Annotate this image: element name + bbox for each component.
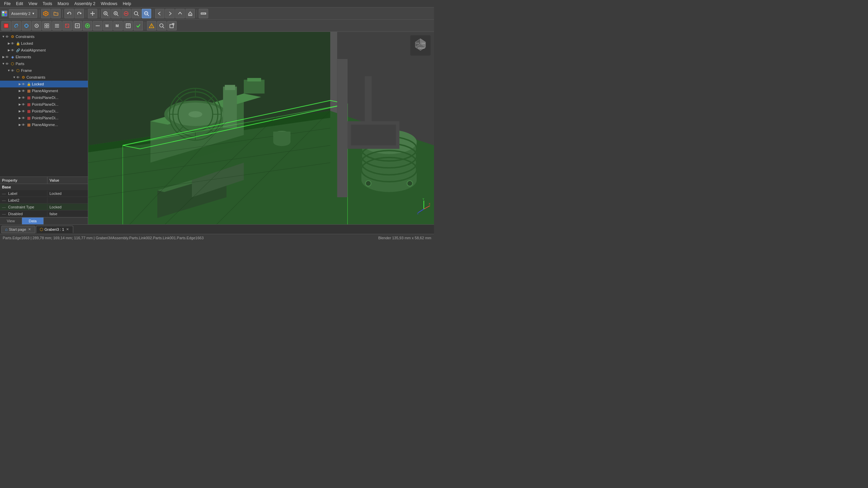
redo-button[interactable] (75, 9, 84, 18)
svg-point-99 (366, 181, 371, 186)
up-button[interactable] (175, 9, 185, 18)
t2-dots-button[interactable] (93, 21, 102, 30)
tree-item-locked-selected[interactable]: ▶ 👁 🔒 Locked (0, 81, 88, 87)
workbench-icon-btn[interactable] (1, 11, 7, 17)
forward-button[interactable] (165, 9, 175, 18)
start-page-close[interactable]: ✕ (27, 227, 32, 231)
t2-circle-button[interactable] (32, 21, 41, 30)
tree-item-constraints[interactable]: ▼ 👁 ⚙ Constraints (0, 33, 88, 40)
assembly-dropdown[interactable]: Assembly 2 ▼ (9, 9, 37, 18)
icon-axial: 🔗 (16, 48, 20, 53)
svg-rect-31 (4, 24, 8, 28)
prop-cell-label-val[interactable]: Locked (47, 191, 88, 196)
tree-item-parts[interactable]: ▼ 👁 ⬡ Parts (0, 60, 88, 67)
tree-item-points1[interactable]: ▶ 👁 ▦ PointsPlaneDi... (0, 94, 88, 101)
eye-points3: 👁 (22, 109, 25, 113)
arrow-plane1: ▶ (18, 89, 22, 93)
new-cube-button[interactable] (41, 9, 51, 18)
tree-item-frame-constraints[interactable]: ▼ 👁 ⚙ Constraints (0, 74, 88, 81)
tab-start-page[interactable]: ⌂ Start page ✕ (1, 226, 35, 233)
zoom-active-button[interactable] (142, 9, 151, 18)
menu-macro[interactable]: Macro (55, 1, 72, 7)
tree-item-plane1[interactable]: ▶ 👁 ▦ PlaneAlignment (0, 87, 88, 94)
prop-dash-2: — (2, 198, 6, 202)
bottom-tabs: ⌂ Start page ✕ ⬡ Graberi3 : 1 ✕ (0, 224, 434, 234)
t2-box-button[interactable] (1, 21, 11, 30)
zoom-select-button[interactable] (132, 9, 141, 18)
t2-align-button[interactable] (52, 21, 62, 30)
arrow-axial: ▶ (7, 48, 11, 52)
zoom-fit-button[interactable] (101, 9, 111, 18)
stop-button[interactable] (121, 9, 131, 18)
icon-plane2: ▦ (26, 122, 31, 127)
prop-cell-constraint-val[interactable]: Locked (47, 204, 88, 210)
t2-export-button[interactable] (167, 21, 177, 30)
svg-rect-65 (170, 24, 173, 28)
t2-check-button[interactable] (134, 21, 143, 30)
prop-header: Property Value (0, 177, 88, 184)
undo-button[interactable] (64, 9, 74, 18)
t2-table-button[interactable] (123, 21, 133, 30)
svg-point-62 (151, 27, 152, 27)
tree-item-axial[interactable]: ▶ 👁 🔗 AxialAlignment (0, 47, 88, 54)
icon-constraints: ⚙ (10, 34, 15, 39)
tree-item-points2[interactable]: ▶ 👁 ▦ PointsPlaneDi... (0, 101, 88, 108)
menu-help[interactable]: Help (120, 1, 134, 7)
menu-tools[interactable]: Tools (40, 1, 55, 7)
eye-locked-sel: 👁 (22, 82, 25, 86)
tab-graberi3[interactable]: ⬡ Graberi3 : 1 ✕ (36, 226, 73, 233)
t2-search-button[interactable] (157, 21, 166, 30)
prop-row-disabled: — Disabled false (0, 210, 88, 217)
svg-point-63 (160, 24, 163, 27)
zoom-in-button[interactable] (111, 9, 121, 18)
t2-grid-button[interactable] (42, 21, 52, 30)
toolbar-separator (39, 9, 39, 18)
t2-mix1-button[interactable]: M (103, 21, 113, 30)
viewport[interactable]: FRONT TOP SIDE X Y Z (88, 32, 434, 224)
menu-assembly2[interactable]: Assembly 2 (72, 1, 98, 7)
prop-cell-disabled-val[interactable]: false (47, 211, 88, 217)
menu-file[interactable]: File (1, 1, 13, 7)
t2-cut-button[interactable] (62, 21, 72, 30)
t2-play-button[interactable] (83, 21, 92, 30)
move-icon-button[interactable] (88, 9, 97, 18)
t2-warning-button[interactable] (147, 21, 156, 30)
prop-cell-constraint-key: — Constraint Type (0, 204, 47, 210)
statusbar: Parts.Edge1663 | 289,78 mm; 169,14 mm; 1… (0, 234, 434, 241)
eye-plane2: 👁 (22, 123, 25, 127)
menu-edit[interactable]: Edit (13, 1, 26, 7)
prop-cell-label2-val[interactable] (47, 200, 88, 201)
svg-rect-91 (225, 85, 235, 90)
graberi3-close[interactable]: ✕ (65, 227, 70, 231)
prop-group-base: Base (0, 184, 88, 190)
t2-mix2-button[interactable]: M (113, 21, 123, 30)
menu-windows[interactable]: Windows (98, 1, 120, 7)
eye-parts: 👁 (5, 62, 9, 66)
start-page-icon: ⌂ (5, 227, 7, 232)
t2-refresh-button[interactable] (12, 21, 21, 30)
label-points4: PointsPlaneDi... (32, 116, 58, 120)
svg-text:Z: Z (417, 212, 419, 215)
svg-rect-40 (47, 24, 49, 25)
menu-view[interactable]: View (26, 1, 40, 7)
back-button[interactable] (155, 9, 164, 18)
tree-item-points4[interactable]: ▶ 👁 ▦ PointsPlaneDi... (0, 115, 88, 121)
home-nav-button[interactable] (185, 9, 195, 18)
icon-frame: ⬡ (16, 68, 20, 73)
label-locked1: Locked (21, 41, 33, 45)
tree-item-elements[interactable]: ▶ 👁 ◈ Elements (0, 54, 88, 60)
tree-item-points3[interactable]: ▶ 👁 ▦ PointsPlaneDi... (0, 108, 88, 115)
tree-item-plane2[interactable]: ▶ 👁 ▦ PlaneAlignme... (0, 121, 88, 128)
tree-item-frame[interactable]: ▼ 👁 ⬡ Frame (0, 67, 88, 74)
prop-row-constraint: — Constraint Type Locked (0, 204, 88, 210)
t2-crosshair-button[interactable] (22, 21, 31, 30)
tab-view[interactable]: View (0, 218, 22, 224)
tab-data[interactable]: Data (22, 218, 44, 224)
label-locked-sel: Locked (32, 82, 44, 86)
ruler-button[interactable] (199, 9, 208, 18)
nav-cube[interactable]: FRONT TOP SIDE (410, 35, 431, 56)
t2-insert-button[interactable] (73, 21, 82, 30)
tree-item-locked1[interactable]: ▶ 👁 🔒 Locked (0, 40, 88, 47)
open-folder-button[interactable] (51, 9, 61, 18)
prop-cell-disabled-key: — Disabled (0, 211, 47, 217)
